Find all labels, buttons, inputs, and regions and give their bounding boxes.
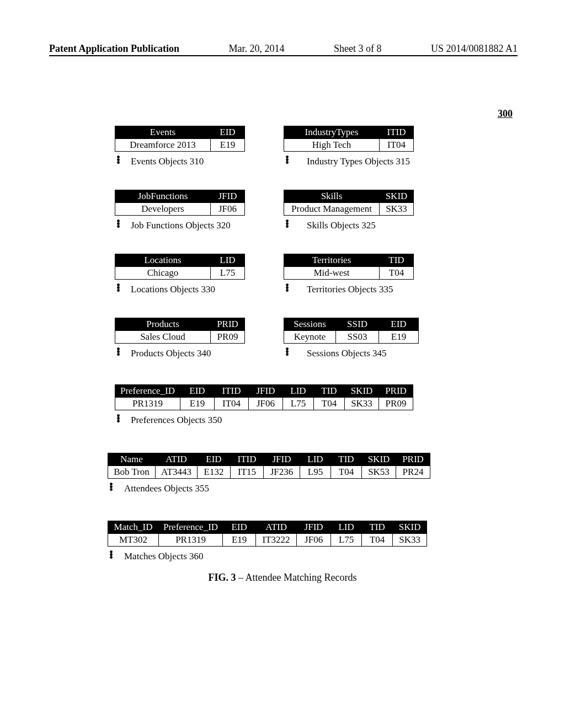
attendees-vdots: •••	[109, 483, 113, 491]
match-h7: SKID	[393, 521, 427, 534]
pref-r0: PR1319	[115, 398, 180, 410]
pref-h2: ITID	[215, 385, 249, 398]
att-r5: L95	[300, 466, 331, 479]
jobfunc-caption: Job Functions Objects 320	[131, 220, 231, 231]
skills-r1c2: SK33	[380, 203, 414, 216]
match-h4: JFID	[297, 521, 331, 534]
att-h2: EID	[198, 453, 231, 466]
pref-h5: TID	[314, 385, 345, 398]
territories-vdots: •••	[285, 284, 289, 292]
match-r2: E19	[223, 534, 256, 547]
events-h1: Events	[115, 126, 211, 139]
products-table-wrap: Products PRID Sales Cloud PR09	[115, 318, 245, 344]
header-docnum: US 2014/0081882 A1	[431, 43, 518, 55]
jobfunc-r1c1: Developers	[115, 203, 211, 216]
sessions-r1c2: SS03	[336, 331, 379, 344]
match-r3: IT3222	[256, 534, 297, 547]
matches-table: Match_ID Preference_ID EID ATID JFID LID…	[108, 521, 427, 547]
pref-r2: IT04	[215, 398, 249, 410]
events-caption: Events Objects 310	[131, 156, 204, 167]
industry-table-wrap: IndustryTypes ITID High Tech IT04	[284, 126, 414, 152]
pref-h0: Preference_ID	[115, 385, 180, 398]
att-h6: TID	[331, 453, 362, 466]
att-r2: E132	[198, 466, 231, 479]
sessions-r1c3: E19	[379, 331, 419, 344]
sessions-table-wrap: Sessions SSID EID Keynote SS03 E19	[284, 318, 419, 344]
locations-r1c2: L75	[211, 267, 245, 280]
sessions-caption: Sessions Objects 345	[307, 348, 387, 359]
industry-caption: Industry Types Objects 315	[307, 156, 410, 167]
territories-caption: Territories Objects 335	[307, 284, 393, 295]
match-h3: ATID	[256, 521, 297, 534]
pref-r4: L75	[283, 398, 314, 410]
industry-h1: IndustryTypes	[284, 126, 380, 139]
att-r1: AT3443	[156, 466, 198, 479]
pref-h4: LID	[283, 385, 314, 398]
pref-r3: JF06	[249, 398, 283, 410]
industry-table: IndustryTypes ITID High Tech IT04	[284, 126, 414, 152]
events-r1c2: E19	[211, 139, 245, 152]
products-table: Products PRID Sales Cloud PR09	[115, 318, 245, 344]
locations-h2: LID	[211, 254, 245, 267]
territories-table-wrap: Territories TID Mid-west T04	[284, 254, 414, 280]
events-table-wrap: Events EID Dreamforce 2013 E19	[115, 126, 245, 152]
header-date: Mar. 20, 2014	[229, 43, 285, 55]
events-vdots: •••	[116, 156, 120, 164]
skills-table: Skills SKID Product Management SK33	[284, 190, 414, 216]
preferences-caption: Preferences Objects 350	[131, 415, 222, 426]
att-h8: PRID	[396, 453, 430, 466]
att-r6: T04	[331, 466, 362, 479]
events-table: Events EID Dreamforce 2013 E19	[115, 126, 245, 152]
header-publication: Patent Application Publication	[49, 43, 179, 55]
sessions-vdots: •••	[285, 348, 289, 356]
sessions-h1: Sessions	[284, 318, 336, 331]
sessions-h3: EID	[379, 318, 419, 331]
jobfunc-h1: JobFunctions	[115, 190, 211, 203]
sessions-h2: SSID	[336, 318, 379, 331]
locations-vdots: •••	[116, 284, 120, 292]
jobfunc-table-wrap: JobFunctions JFID Developers JF06	[115, 190, 245, 216]
att-h0: Name	[108, 453, 156, 466]
skills-h2: SKID	[380, 190, 414, 203]
attendees-caption: Attendees Objects 355	[124, 483, 209, 494]
patent-sheet: Patent Application Publication Mar. 20, …	[0, 0, 565, 728]
preferences-table-wrap: Preference_ID EID ITID JFID LID TID SKID…	[115, 384, 413, 410]
industry-r1c2: IT04	[380, 139, 414, 152]
preferences-vdots: •••	[116, 415, 120, 423]
att-h7: SKID	[362, 453, 396, 466]
pref-r1: E19	[180, 398, 215, 410]
match-r4: JF06	[297, 534, 331, 547]
skills-table-wrap: Skills SKID Product Management SK33	[284, 190, 414, 216]
match-h2: EID	[223, 521, 256, 534]
pref-r6: SK33	[345, 398, 379, 410]
att-h5: LID	[300, 453, 331, 466]
territories-h1: Territories	[284, 254, 380, 267]
header-rule	[49, 55, 518, 56]
att-r8: PR24	[396, 466, 430, 479]
products-r1c2: PR09	[211, 331, 245, 344]
match-h6: TID	[362, 521, 393, 534]
match-r6: T04	[362, 534, 393, 547]
attendees-table: Name ATID EID ITID JFID LID TID SKID PRI…	[108, 453, 430, 479]
pref-r7: PR09	[379, 398, 413, 410]
industry-r1c1: High Tech	[284, 139, 380, 152]
pref-h7: PRID	[379, 385, 413, 398]
match-h0: Match_ID	[108, 521, 159, 534]
products-h2: PRID	[211, 318, 245, 331]
events-h2: EID	[211, 126, 245, 139]
matches-table-wrap: Match_ID Preference_ID EID ATID JFID LID…	[108, 521, 427, 547]
header-sheet: Sheet 3 of 8	[334, 43, 381, 55]
pref-h6: SKID	[345, 385, 379, 398]
pref-h1: EID	[180, 385, 215, 398]
locations-table: Locations LID Chicago L75	[115, 254, 245, 280]
locations-r1c1: Chicago	[115, 267, 211, 280]
territories-h2: TID	[380, 254, 414, 267]
match-h5: LID	[331, 521, 362, 534]
figure-title: FIG. 3 – Attendee Matching Records	[0, 572, 565, 584]
locations-h1: Locations	[115, 254, 211, 267]
locations-table-wrap: Locations LID Chicago L75	[115, 254, 245, 280]
skills-vdots: •••	[285, 220, 289, 228]
industry-h2: ITID	[380, 126, 414, 139]
skills-h1: Skills	[284, 190, 380, 203]
att-h1: ATID	[156, 453, 198, 466]
